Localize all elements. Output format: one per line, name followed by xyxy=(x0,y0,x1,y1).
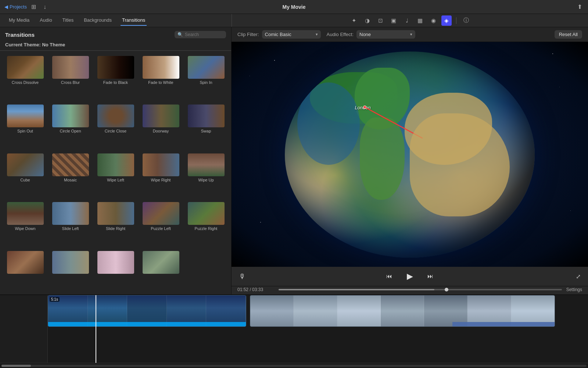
transition-item-fade-to-white[interactable]: Fade to White xyxy=(139,54,183,102)
timeline-tracks: 5:1s xyxy=(48,295,588,363)
atlantic-ocean xyxy=(297,82,360,165)
microphone-button[interactable]: 🎙 xyxy=(239,273,245,280)
back-chevron: ◀ xyxy=(4,4,8,10)
speed-icon[interactable]: ◉ xyxy=(428,15,438,26)
sky-frame-2 xyxy=(294,296,337,326)
top-bar-right: ⬆ xyxy=(510,3,584,11)
transition-thumb-puzzle-right xyxy=(188,202,225,225)
app-title: My Movie xyxy=(78,4,510,10)
top-bar: ◀ Projects ⊞ ↓ My Movie ⬆ xyxy=(0,0,588,14)
transition-label-puzzle-left: Puzzle Left xyxy=(151,226,171,231)
transition-thumb-extra3 xyxy=(97,251,134,274)
transition-item-extra3[interactable] xyxy=(93,250,138,293)
chart-icon[interactable]: ▦ xyxy=(415,15,425,26)
play-button[interactable]: ▶ xyxy=(403,270,416,283)
clip-globe[interactable]: 5:1s xyxy=(48,295,246,327)
timeline-fill xyxy=(279,289,434,290)
transition-label-slide-right: Slide Right xyxy=(106,226,125,231)
transition-item-doorway[interactable]: Doorway xyxy=(139,103,183,151)
tool-separator xyxy=(456,17,456,24)
transition-label-wipe-right: Wipe Right xyxy=(151,178,171,182)
clip-sky[interactable] xyxy=(250,295,555,327)
tab-transitions[interactable]: Transitions xyxy=(121,15,147,26)
transition-item-wipe-down[interactable]: Wipe Down xyxy=(3,201,47,248)
transition-item-cross-blur[interactable]: Cross Blur xyxy=(48,54,93,102)
back-label: Projects xyxy=(10,4,27,10)
layout-button[interactable]: ⊞ xyxy=(30,3,38,11)
search-box[interactable]: 🔍 xyxy=(175,31,226,38)
transition-thumb-wipe-down xyxy=(7,202,44,225)
scrollbar-track[interactable] xyxy=(1,365,587,367)
left-panel: Transitions 🔍 Current Theme: No Theme Cr… xyxy=(0,27,232,294)
share-button[interactable]: ⬆ xyxy=(576,3,584,11)
transition-item-slide-left[interactable]: Slide Left xyxy=(48,201,93,248)
clip-audio-bar-1 xyxy=(48,322,246,326)
transition-item-extra4[interactable] xyxy=(139,250,183,293)
magic-wand-icon[interactable]: ✦ xyxy=(349,15,359,26)
transition-item-mosaic[interactable]: Mosaic xyxy=(48,152,93,200)
tab-my-media[interactable]: My Media xyxy=(7,15,31,26)
skip-back-button[interactable]: ⏮ xyxy=(384,271,394,282)
transition-thumb-extra1 xyxy=(7,251,44,274)
clip-duration-badge: 5:1s xyxy=(50,297,60,302)
filter-bar: Clip Filter: Comic Basic None Audio Effe… xyxy=(232,27,588,42)
timeline-gutter xyxy=(0,295,48,363)
tab-backgrounds[interactable]: Backgrounds xyxy=(82,15,113,26)
settings-button[interactable]: Settings xyxy=(566,287,582,292)
reset-all-button[interactable]: Reset All xyxy=(555,30,582,39)
transition-thumb-slide-left xyxy=(52,202,89,225)
transition-item-circle-open[interactable]: Circle Open xyxy=(48,103,93,151)
transition-label-fade-to-white: Fade to White xyxy=(148,80,173,85)
skip-forward-button[interactable]: ⏭ xyxy=(425,271,435,282)
clip-filter-select[interactable]: Comic Basic None xyxy=(262,30,321,39)
transition-thumb-cube xyxy=(7,153,44,176)
timecode: 01:52 / 03:33 xyxy=(237,287,274,292)
timeline-bar: 01:52 / 03:33 Settings xyxy=(232,286,588,294)
transition-label-spin-in: Spin In xyxy=(200,80,212,85)
transition-item-swap[interactable]: Swap xyxy=(184,103,228,151)
audio-effect-select[interactable]: None xyxy=(356,30,415,39)
transition-item-wipe-left[interactable]: Wipe Left xyxy=(93,152,138,200)
transition-item-extra1[interactable] xyxy=(3,250,47,293)
transition-item-extra2[interactable] xyxy=(48,250,93,293)
audio-icon[interactable]: ♩ xyxy=(402,15,412,26)
transition-item-slide-right[interactable]: Slide Right xyxy=(93,201,138,248)
transition-item-wipe-up[interactable]: Wipe Up xyxy=(184,152,228,200)
transition-item-spin-out[interactable]: Spin Out xyxy=(3,103,47,151)
transition-item-spin-in[interactable]: Spin In xyxy=(184,54,228,102)
transition-label-circle-close: Circle Close xyxy=(105,129,126,133)
back-button[interactable]: ◀ Projects xyxy=(4,4,27,10)
transition-thumb-puzzle-left xyxy=(143,202,179,225)
crop-icon[interactable]: ⊡ xyxy=(375,15,386,26)
transition-item-wipe-right[interactable]: Wipe Right xyxy=(139,152,183,200)
transition-item-cross-dissolve[interactable]: Cross Dissolve xyxy=(3,54,47,102)
transition-label-doorway: Doorway xyxy=(153,129,169,133)
transition-item-circle-close[interactable]: Circle Close xyxy=(93,103,138,151)
filter-icon[interactable]: ◈ xyxy=(441,15,452,26)
scrollbar-thumb[interactable] xyxy=(1,365,31,367)
transition-label-cross-blur: Cross Blur xyxy=(61,80,80,85)
timeline-slider[interactable] xyxy=(279,289,562,290)
transition-label-circle-open: Circle Open xyxy=(60,129,81,133)
download-button[interactable]: ↓ xyxy=(41,3,49,11)
search-input[interactable] xyxy=(185,32,223,37)
transition-item-cube[interactable]: Cube xyxy=(3,152,47,200)
expand-button[interactable]: ⤢ xyxy=(576,273,581,280)
info-icon[interactable]: ⓘ xyxy=(461,15,471,26)
transition-item-fade-to-black[interactable]: Fade to Black xyxy=(93,54,138,102)
transition-item-puzzle-right[interactable]: Puzzle Right xyxy=(184,201,228,248)
tab-titles[interactable]: Titles xyxy=(61,15,75,26)
current-time: 01:52 xyxy=(237,287,248,292)
clip-filter-label: Clip Filter: xyxy=(237,32,259,37)
timeline-track-area: 5:1s xyxy=(0,295,588,363)
africa-landmass xyxy=(360,117,405,200)
globe: London xyxy=(285,52,535,258)
transition-thumb-spin-out xyxy=(7,105,44,127)
transition-item-puzzle-left[interactable]: Puzzle Left xyxy=(139,201,183,248)
camera-icon[interactable]: ▣ xyxy=(388,15,399,26)
search-icon: 🔍 xyxy=(178,32,183,37)
tab-audio[interactable]: Audio xyxy=(38,15,53,26)
sky-frame-4 xyxy=(381,296,424,326)
main-content: Transitions 🔍 Current Theme: No Theme Cr… xyxy=(0,27,588,294)
color-wheel-icon[interactable]: ◑ xyxy=(362,15,372,26)
